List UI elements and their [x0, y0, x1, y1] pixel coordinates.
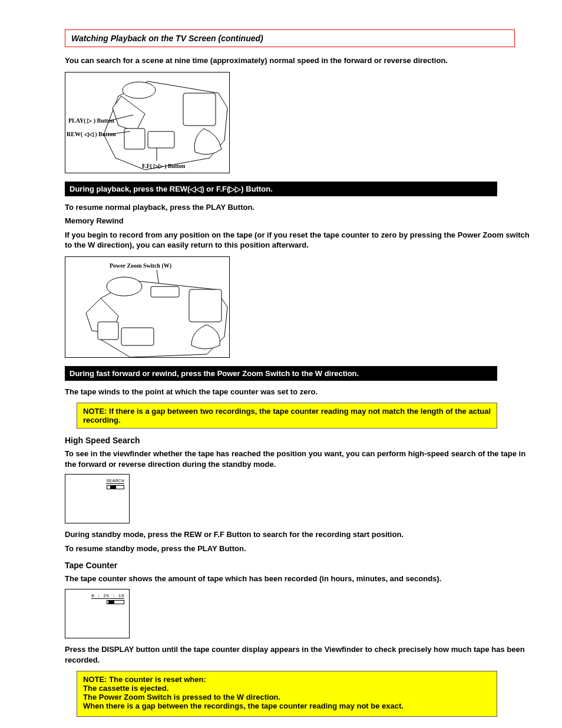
svg-rect-9 — [151, 286, 179, 297]
viewfinder-search-indicator — [107, 485, 124, 489]
figure-camcorder-buttons: PLAY( ▷ ) Button REW( ◁◁ ) Button F.F( ▷… — [65, 72, 230, 173]
para-memory-rewind-head: Memory Rewind — [65, 216, 533, 226]
svg-point-0 — [123, 82, 156, 98]
para-memory-rewind-desc: If you begin to record from any position… — [65, 230, 533, 251]
note2-line1: NOTE: The counter is reset when: — [83, 675, 491, 684]
note2-line3: The Power Zoom Switch is pressed to the … — [83, 693, 491, 701]
subhead-high-speed-search: High Speed Search — [65, 436, 533, 445]
viewfinder-counter-box: 0 : 25 : 16 — [65, 589, 533, 641]
fig1-rew-label: REW( ◁◁ ) Button — [67, 131, 116, 138]
note-1-text: NOTE: If there is a gap between two reco… — [83, 407, 491, 424]
note2-line4: When there is a gap between the recordin… — [83, 701, 491, 710]
figure-camcorder-zoom: Power Zoom Switch (W) — [65, 256, 230, 358]
fig2-pzs-label: Power Zoom Switch (W) — [110, 262, 171, 269]
section-title: Watching Playback on the TV Screen (cont… — [71, 34, 263, 43]
section-title-box: Watching Playback on the TV Screen (cont… — [65, 29, 515, 47]
para-display-button: Press the DISPLAY button until the tape … — [65, 644, 533, 665]
fig1-ff-label: F.F( ▷▷ ) Button — [142, 163, 186, 170]
instruction-bar-2-text: During fast forward or rewind, press the… — [70, 369, 359, 378]
subhead-tape-counter: Tape Counter — [65, 561, 533, 570]
svg-rect-1 — [183, 93, 216, 126]
para-tape-counter-desc: The tape counter shows the amount of tap… — [65, 574, 533, 584]
svg-rect-2 — [148, 131, 174, 148]
svg-rect-10 — [189, 289, 222, 322]
svg-rect-12 — [121, 328, 154, 345]
para-resume-standby: To resume standby mode, press the PLAY B… — [65, 543, 533, 554]
instruction-bar-1: During playback, press the REW(◁◁) or F.… — [65, 182, 497, 196]
note-box-1: NOTE: If there is a gap between two reco… — [77, 403, 497, 429]
svg-rect-11 — [98, 322, 118, 340]
para-search-rewff: During standby mode, press the REW or F.… — [65, 529, 533, 540]
note-box-2: NOTE: The counter is reset when: The cas… — [77, 671, 497, 717]
viewfinder-search-box: SEARCH — [65, 474, 533, 526]
viewfinder-counter-label: 0 : 25 : 16 — [91, 593, 124, 599]
para-search-intro: You can search for a scene at nine time … — [65, 55, 533, 66]
para-resume-play: To resume normal playback, press the PLA… — [65, 202, 533, 213]
viewfinder-counter-indicator — [107, 600, 124, 604]
para-tape-winds: The tape winds to the point at which the… — [65, 387, 533, 397]
viewfinder-search-label: SEARCH — [106, 478, 124, 484]
instruction-bar-1-text: During playback, press the REW(◁◁) or F.… — [70, 185, 273, 193]
svg-point-8 — [107, 277, 142, 296]
fig1-play-label: PLAY( ▷ ) Button — [68, 117, 114, 124]
instruction-bar-2: During fast forward or rewind, press the… — [65, 366, 497, 381]
para-high-speed-desc: To see in the viewfinder whether the tap… — [65, 449, 533, 469]
note2-line2: The cassette is ejected. — [83, 684, 491, 693]
